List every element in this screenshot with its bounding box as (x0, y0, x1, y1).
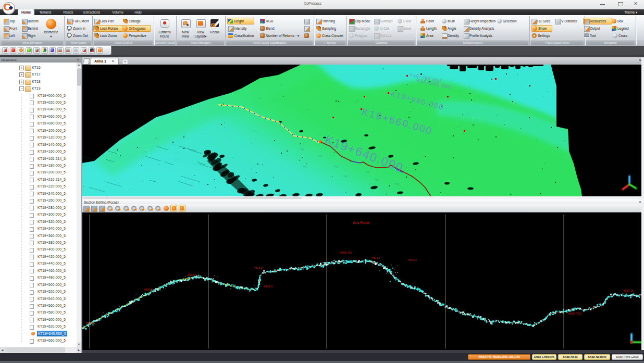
svg-text:Axis Route: Axis Route (353, 221, 369, 224)
svg-text:4698.736: 4698.736 (340, 251, 352, 254)
svg-text:4699.19: 4699.19 (623, 289, 634, 292)
svg-text:4684.9: 4684.9 (85, 321, 94, 324)
svg-text:4690.3: 4690.3 (144, 288, 153, 291)
svg-text:4695.5: 4695.5 (254, 266, 263, 269)
svg-text:4693.9: 4693.9 (264, 285, 273, 288)
svg-text:4699.7300: 4699.7300 (568, 312, 581, 315)
svg-text:4699.0: 4699.0 (371, 256, 380, 259)
svg-text:4699.2: 4699.2 (408, 258, 417, 261)
svg-text:4693.5: 4693.5 (188, 273, 196, 277)
